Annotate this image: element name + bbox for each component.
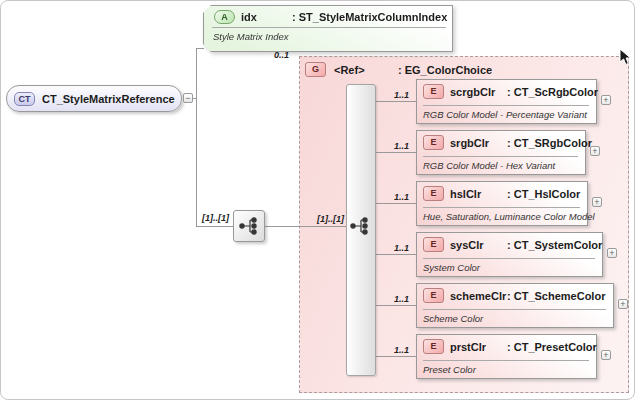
element-annotation: Preset Color xyxy=(423,364,476,375)
element-node[interactable]: E srgbClr : CT_SRgbColor RGB Color Model… xyxy=(416,130,586,175)
element-name: schemeClr xyxy=(450,290,507,302)
element-annotation: System Color xyxy=(423,262,480,273)
connector-trunk-to-sequence xyxy=(197,226,233,227)
group-header: G <Ref> : EG_ColorChoice xyxy=(305,62,492,77)
element-node[interactable]: E scrgbClr : CT_ScRgbColor RGB Color Mod… xyxy=(416,79,597,124)
connector-choice-to-element xyxy=(376,254,416,255)
choice-compositor-icon xyxy=(347,212,375,240)
connector-sequence-to-group xyxy=(265,226,355,227)
sequence-cardinality-label: [1]..[1] xyxy=(179,213,229,223)
connector-trunk-vertical xyxy=(196,48,197,227)
element-node[interactable]: E sysClr : CT_SystemColor System Color xyxy=(416,232,603,277)
attribute-badge: A xyxy=(214,10,235,24)
element-separator xyxy=(423,360,589,361)
element-node[interactable]: E schemeClr : CT_SchemeColor Scheme Colo… xyxy=(416,283,614,328)
attribute-name: idx xyxy=(241,11,292,23)
connector-choice-to-element xyxy=(376,101,416,102)
element-annotation: RGB Color Model - Percentage Variant xyxy=(423,109,587,120)
element-cardinality-label: 1..1 xyxy=(346,192,409,202)
element-name: hslClr xyxy=(450,188,507,200)
mouse-cursor-icon xyxy=(619,48,632,67)
element-name: srgbClr xyxy=(450,137,507,149)
sequence-compositor-icon xyxy=(233,210,265,242)
element-expand-button[interactable]: + xyxy=(607,248,617,258)
element-annotation: Scheme Color xyxy=(423,313,483,324)
element-badge: E xyxy=(423,288,444,303)
element-expand-button[interactable]: + xyxy=(601,350,611,360)
element-expand-button[interactable]: + xyxy=(601,95,611,105)
element-badge: E xyxy=(423,84,444,99)
element-node[interactable]: E prstClr : CT_PresetColor Preset Color xyxy=(416,334,597,379)
element-cardinality-label: 1..1 xyxy=(346,294,409,304)
xsd-diagram-canvas: CT CT_StyleMatrixReference − A idx : ST_… xyxy=(0,0,635,400)
attribute-separator xyxy=(212,27,446,28)
complextype-name: CT_StyleMatrixReference xyxy=(42,93,175,105)
element-badge: E xyxy=(423,135,444,150)
group-badge: G xyxy=(305,62,326,77)
element-separator xyxy=(423,105,589,106)
element-separator xyxy=(423,207,580,208)
complextype-node[interactable]: CT CT_StyleMatrixReference xyxy=(6,85,182,112)
element-type: : CT_ScRgbColor xyxy=(507,86,598,98)
element-separator xyxy=(423,156,578,157)
element-node[interactable]: E hslClr : CT_HslColor Hue, Saturation, … xyxy=(416,181,588,226)
element-expand-button[interactable]: + xyxy=(592,197,602,207)
element-type: : CT_SystemColor xyxy=(507,239,602,251)
element-separator xyxy=(423,258,595,259)
element-cardinality-label: 1..1 xyxy=(346,243,409,253)
element-badge: E xyxy=(423,339,444,354)
element-type: : CT_PresetColor xyxy=(507,341,597,353)
group-cardinality-label: 0..1 xyxy=(249,50,289,60)
group-type: : EG_ColorChoice xyxy=(398,64,492,76)
element-name: prstClr xyxy=(450,341,507,353)
attribute-node[interactable]: A idx : ST_StyleMatrixColumnIndex Style … xyxy=(203,5,453,52)
element-badge: E xyxy=(423,186,444,201)
element-type: : CT_SRgbColor xyxy=(507,137,592,149)
element-name: scrgbClr xyxy=(450,86,507,98)
connector-choice-to-element xyxy=(376,356,416,357)
connector-choice-to-element xyxy=(376,152,416,153)
element-type: : CT_SchemeColor xyxy=(507,290,605,302)
element-cardinality-label: 1..1 xyxy=(346,90,409,100)
element-annotation: Hue, Saturation, Luminance Color Model xyxy=(423,211,595,222)
element-expand-button[interactable]: + xyxy=(618,299,628,309)
element-type: : CT_HslColor xyxy=(507,188,580,200)
collapse-button[interactable]: − xyxy=(183,93,193,103)
element-expand-button[interactable]: + xyxy=(590,146,600,156)
element-badge: E xyxy=(423,237,444,252)
choice-cardinality-label: [1]..[1] xyxy=(299,214,344,224)
attribute-annotation: Style Matrix Index xyxy=(213,31,289,42)
group-name: <Ref> xyxy=(334,64,398,76)
connector-choice-to-element xyxy=(376,305,416,306)
connector-choice-to-element xyxy=(376,203,416,204)
complextype-badge: CT xyxy=(14,92,35,106)
element-cardinality-label: 1..1 xyxy=(346,141,409,151)
element-separator xyxy=(423,309,606,310)
attribute-type: : ST_StyleMatrixColumnIndex xyxy=(292,11,447,23)
element-annotation: RGB Color Model - Hex Variant xyxy=(423,160,555,171)
element-name: sysClr xyxy=(450,239,507,251)
element-cardinality-label: 1..1 xyxy=(346,345,409,355)
